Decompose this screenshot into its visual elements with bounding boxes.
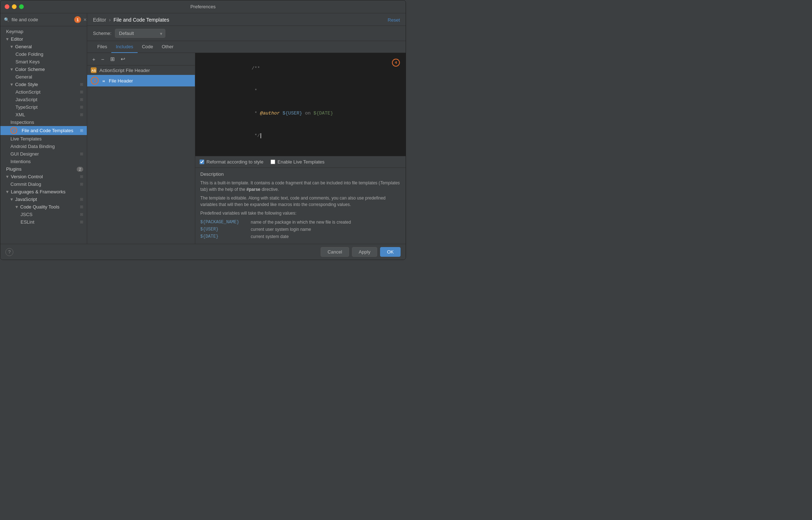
reset-template-button[interactable]: ↩	[119, 55, 127, 63]
sidebar-label: Languages & Frameworks	[11, 189, 66, 194]
sidebar-item-general[interactable]: ▶ General	[0, 43, 87, 50]
scheme-select-wrap: Default Project	[115, 29, 165, 38]
sidebar-item-gui-designer[interactable]: GUI Designer ⊞	[0, 150, 87, 158]
panel-header: Editor › File and Code Templates Reset	[87, 13, 406, 26]
copy-icon: ⊞	[80, 112, 83, 117]
sidebar-label: Code Folding	[15, 51, 43, 57]
sidebar-item-eslint[interactable]: ESLint ⊞	[0, 218, 87, 226]
cancel-button[interactable]: Cancel	[321, 247, 349, 257]
sidebar-item-android-data-binding[interactable]: Android Data Binding	[0, 143, 87, 150]
file-item-label: ActionScript File Header	[99, 68, 150, 73]
description-panel: Description This is a built-in template.…	[195, 167, 406, 244]
copy-icon: ⊞	[80, 205, 83, 209]
sidebar-label: Code Quality Tools	[20, 204, 59, 210]
sidebar-label: JSCS	[21, 212, 32, 217]
expand-icon: ▶	[10, 45, 14, 48]
expand-icon: ▶	[10, 83, 14, 86]
tabs-row: Files Includes Code Other	[87, 41, 406, 53]
tab-code[interactable]: Code	[138, 41, 157, 53]
help-button[interactable]: ?	[5, 248, 13, 256]
sidebar-item-plugins[interactable]: Plugins 2	[0, 165, 87, 173]
search-input[interactable]	[12, 17, 72, 22]
expand-icon: ▶	[6, 190, 9, 193]
sidebar-label: Editor	[11, 36, 23, 42]
ok-button[interactable]: OK	[380, 247, 401, 257]
remove-button[interactable]: −	[100, 55, 106, 63]
var-desc-2: current user system login name	[251, 226, 401, 233]
sidebar-item-code-quality-tools[interactable]: ▶ Code Quality Tools ⊞	[0, 203, 87, 211]
table-row: ${USER} current user system login name	[200, 226, 401, 233]
window-title: Preferences	[190, 4, 215, 9]
var-desc-1: name of the package in which the new fil…	[251, 219, 401, 226]
options-row: Reformat according to style Enable Live …	[195, 156, 406, 167]
sidebar: 🔍 1 ✕ Keymap ▶ Editor ▶ General	[0, 13, 87, 244]
sidebar-item-jscs[interactable]: JSCS ⊞	[0, 211, 87, 218]
reformat-checkbox[interactable]	[200, 160, 204, 164]
minimize-button[interactable]	[12, 4, 17, 9]
reformat-checkbox-wrap[interactable]: Reformat according to style	[200, 159, 263, 165]
sidebar-item-code-style[interactable]: ▶ Code Style ⊞	[0, 81, 87, 88]
sidebar-item-editor[interactable]: ▶ Editor	[0, 35, 87, 43]
maximize-button[interactable]	[19, 4, 24, 9]
sidebar-label: TypeScript	[15, 104, 37, 110]
file-item-header[interactable]: 3 H File Header	[87, 75, 195, 86]
live-templates-label: Enable Live Templates	[277, 159, 325, 165]
sidebar-item-typescript[interactable]: TypeScript ⊞	[0, 103, 87, 111]
description-text1: This is a built-in template. It contains…	[200, 180, 401, 193]
sidebar-item-commit-dialog[interactable]: Commit Dialog ⊞	[0, 180, 87, 188]
code-editor[interactable]: /** * * @author ${USER} on ${DATE} */	[195, 53, 406, 156]
sidebar-item-live-templates[interactable]: Live Templates	[0, 135, 87, 143]
step-badge-1: 1	[74, 16, 81, 23]
search-box: 🔍 1 ✕	[0, 13, 87, 26]
copy-icon: ⊞	[80, 220, 83, 224]
sidebar-item-version-control[interactable]: ▶ Version Control ⊞	[0, 173, 87, 180]
add-button[interactable]: +	[91, 55, 97, 63]
expand-icon: ▶	[10, 198, 14, 201]
sidebar-item-inspections[interactable]: Inspections	[0, 118, 87, 126]
apply-button[interactable]: Apply	[352, 247, 378, 257]
sidebar-item-actionscript[interactable]: ActionScript ⊞	[0, 88, 87, 96]
live-templates-checkbox[interactable]	[271, 160, 275, 164]
sidebar-label: Intentions	[10, 159, 31, 164]
sidebar-scroll: Keymap ▶ Editor ▶ General Code Folding S…	[0, 26, 87, 244]
step-badge-3: 3	[91, 77, 99, 85]
sidebar-item-intentions[interactable]: Intentions	[0, 158, 87, 165]
sidebar-item-color-scheme-general[interactable]: General	[0, 73, 87, 81]
sidebar-item-smart-keys[interactable]: Smart Keys	[0, 58, 87, 66]
step-badge-4: 4	[392, 59, 400, 67]
live-templates-checkbox-wrap[interactable]: Enable Live Templates	[271, 159, 325, 165]
sidebar-item-languages-frameworks[interactable]: ▶ Languages & Frameworks	[0, 188, 87, 196]
copy-icon: ⊞	[80, 105, 83, 109]
breadcrumb-parent: Editor	[93, 17, 106, 23]
copy-icon: ⊞	[80, 97, 83, 102]
tab-files[interactable]: Files	[93, 41, 111, 53]
sidebar-label: Commit Dialog	[10, 181, 41, 187]
breadcrumb-separator: ›	[109, 17, 111, 23]
sidebar-item-file-code-templates[interactable]: 2 File and Code Templates ⊞	[0, 126, 87, 135]
copy-template-button[interactable]: ⊞	[109, 55, 116, 63]
tab-other[interactable]: Other	[157, 41, 178, 53]
sidebar-item-javascript[interactable]: JavaScript ⊞	[0, 96, 87, 103]
tab-includes[interactable]: Includes	[111, 41, 137, 53]
close-button[interactable]	[5, 4, 9, 9]
sidebar-label: General	[15, 74, 32, 80]
sidebar-item-javascript-lang[interactable]: ▶ JavaScript ⊞	[0, 196, 87, 203]
traffic-lights	[5, 4, 24, 9]
sidebar-label: Keymap	[6, 29, 23, 34]
sidebar-item-code-folding[interactable]: Code Folding	[0, 50, 87, 58]
sidebar-item-color-scheme[interactable]: ▶ Color Scheme	[0, 66, 87, 73]
file-list-panel: + − ⊞ ↩ AS	[87, 53, 195, 244]
var-desc-3: current system date	[251, 233, 401, 240]
editor-panel: /** * * @author ${USER} on ${DATE} */	[195, 53, 406, 244]
reset-button[interactable]: Reset	[388, 17, 400, 23]
reformat-label: Reformat according to style	[206, 159, 263, 165]
code-line-3: * @author ${USER} on ${DATE}	[201, 102, 389, 125]
sidebar-item-keymap[interactable]: Keymap	[0, 28, 87, 35]
cursor	[260, 133, 261, 138]
sidebar-item-xml[interactable]: XML ⊞	[0, 111, 87, 118]
file-item-actionscript-header[interactable]: AS ActionScript File Header	[87, 66, 195, 75]
sidebar-label: Version Control	[11, 174, 43, 179]
description-title: Description	[200, 171, 401, 177]
search-clear-icon[interactable]: ✕	[83, 17, 87, 22]
scheme-select[interactable]: Default Project	[115, 29, 165, 38]
